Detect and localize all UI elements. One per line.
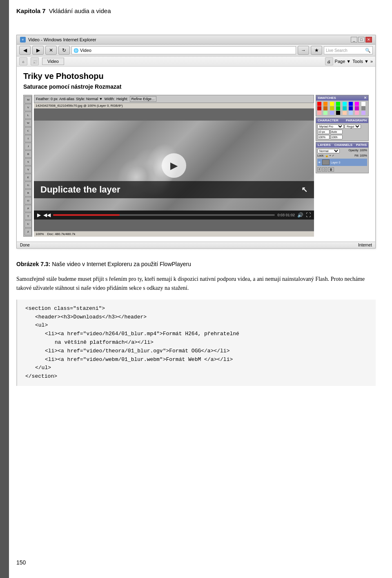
browser-toolbar: ◀ ▶ ✕ ↻ 🌐 Video → ★ Live Search 🔍 <box>17 45 375 56</box>
font-style-select[interactable]: Regular <box>345 124 361 129</box>
ps-image-container: ▶ Duplicate the layer ↖ ▶ <box>34 121 314 220</box>
color-cell-blue[interactable] <box>349 102 353 106</box>
vc-fullscreen-btn[interactable]: ⛶ <box>306 212 311 218</box>
ps-clone-tool[interactable]: S <box>24 158 32 166</box>
blend-mode-select[interactable]: Normal <box>317 149 340 153</box>
layer-thumbnail <box>322 159 330 165</box>
feeds-icon[interactable]: 📰 <box>31 57 39 65</box>
color-cell-peach[interactable] <box>343 111 347 115</box>
code-line-2: <ul> <box>25 321 368 330</box>
ps-crop-tool[interactable]: C <box>24 127 32 134</box>
ps-blur-tool[interactable]: R <box>24 189 32 197</box>
scaling-input[interactable] <box>330 135 343 139</box>
new-layer-button[interactable]: f <box>317 167 321 172</box>
ps-zoom-level: 100% <box>36 232 44 236</box>
ps-eraser-tool[interactable]: E <box>24 174 32 181</box>
back-button[interactable]: ◀ <box>19 46 31 55</box>
color-cell-olive[interactable] <box>330 106 334 110</box>
color-cell-darkred[interactable] <box>317 106 321 110</box>
tools-menu[interactable]: Tools ▼ <box>352 59 369 64</box>
delete-layer-button[interactable]: 🗑 <box>328 167 334 172</box>
ps-pen-tool[interactable]: P <box>24 205 32 212</box>
page-menu[interactable]: Page ▼ <box>335 59 351 64</box>
play-button[interactable]: ▶ <box>162 153 186 178</box>
vc-progress-bar[interactable] <box>53 214 275 216</box>
close-button[interactable]: ✕ <box>365 37 372 43</box>
color-cell-teal[interactable] <box>343 106 347 110</box>
swatches-close[interactable]: ✕ <box>364 96 367 100</box>
minimize-button[interactable]: _ <box>351 37 357 43</box>
color-cell-purple[interactable] <box>355 106 359 110</box>
color-cell-red[interactable] <box>317 102 321 106</box>
extra-options[interactable]: » <box>370 59 373 64</box>
menu-right: 🖨 Page ▼ Tools ▼ » <box>325 57 373 65</box>
color-cell-white[interactable] <box>361 102 365 106</box>
ps-zoom-tool[interactable]: Z <box>24 228 32 235</box>
swatches-label: SWATCHES <box>318 96 336 100</box>
vc-volume-icon[interactable]: 🔊 <box>297 212 303 218</box>
color-cell-salmon[interactable] <box>355 111 359 115</box>
video-content: Triky ve Photoshopu Saturace pomocí nást… <box>17 67 375 242</box>
color-cell-gray[interactable] <box>361 106 365 110</box>
color-cell-yellow[interactable] <box>330 102 334 106</box>
search-bar[interactable]: Live Search 🔍 <box>324 46 373 54</box>
color-cell-lightgreen[interactable] <box>323 111 327 115</box>
color-cell-lavender[interactable] <box>361 111 365 115</box>
home-icon[interactable]: ⌂ <box>19 57 27 65</box>
layer-item[interactable]: 👁 Layer 0 <box>317 159 367 166</box>
color-cell-lightblue[interactable] <box>330 111 334 115</box>
ps-brush-tool[interactable]: B <box>24 150 32 158</box>
refresh-button[interactable]: ↻ <box>58 46 70 55</box>
ps-lasso-tool[interactable]: L <box>24 112 32 119</box>
favorites-button[interactable]: ★ <box>311 46 322 55</box>
ps-refine-edge[interactable]: Refine Edge... <box>130 96 156 102</box>
address-bar[interactable]: 🌐 Video <box>71 46 296 54</box>
maximize-button[interactable]: □ <box>358 37 365 43</box>
vc-play-btn[interactable]: ▶ <box>37 212 41 218</box>
ps-move-tool[interactable]: V <box>24 104 32 111</box>
tracking-input[interactable] <box>317 135 330 139</box>
color-cell-pink[interactable] <box>317 111 321 115</box>
browser-status-bar: Done Internet <box>17 242 375 248</box>
color-cell-cyan[interactable] <box>343 102 347 106</box>
vc-rewind-btn[interactable]: ◀◀ <box>43 212 51 218</box>
color-cell-darkblue[interactable] <box>349 106 353 110</box>
ps-history-tool[interactable]: Y <box>24 166 32 173</box>
ps-dodge-tool[interactable]: O <box>24 197 32 204</box>
search-icon[interactable]: 🔍 <box>365 48 371 53</box>
layer-name: Layer 0 <box>331 161 340 164</box>
stop-button[interactable]: ✕ <box>45 46 57 55</box>
color-cell-orange[interactable] <box>323 102 327 106</box>
video-tab[interactable]: Video <box>42 58 64 65</box>
lock-label: Lock: 🔒 + ✓ <box>317 154 334 157</box>
go-button[interactable]: → <box>298 46 309 55</box>
ps-doc-info: Doc: 480.7k/480.7k <box>47 232 75 236</box>
font-size-input[interactable] <box>317 130 330 134</box>
ps-select-tool[interactable]: M <box>24 96 32 103</box>
ps-eyedropper-tool[interactable]: I <box>24 135 32 142</box>
ps-style-label: Style: Normal ▼ <box>76 97 102 101</box>
color-cell-black[interactable] <box>336 111 340 115</box>
color-cell-darkgreen[interactable] <box>336 106 340 110</box>
code-line-4: na většině platformách</a></li> <box>25 338 368 347</box>
ps-anti-alias: Anti-alias <box>59 97 74 101</box>
color-cell-green[interactable] <box>336 102 340 106</box>
layers-lock-row: Lock: 🔒 + ✓ Fill: 100% <box>317 154 367 157</box>
ps-gradient-tool[interactable]: G <box>24 181 32 189</box>
ps-shape-tool[interactable]: U <box>24 220 32 228</box>
color-cell-brown[interactable] <box>323 106 327 110</box>
forward-button[interactable]: ▶ <box>32 46 44 55</box>
leading-input[interactable] <box>330 130 343 134</box>
add-mask-button[interactable]: □ <box>322 167 327 172</box>
ps-magic-wand-tool[interactable]: W <box>24 119 32 127</box>
ps-canvas-area: ▶ Duplicate the layer ↖ ▶ <box>34 109 314 231</box>
font-family-select[interactable]: Myriad Pro <box>317 124 344 129</box>
print-icon[interactable]: 🖨 <box>325 57 333 65</box>
color-cell-magenta[interactable] <box>355 102 359 106</box>
color-cell-skyblue[interactable] <box>349 111 353 115</box>
layer-eye-icon[interactable]: 👁 <box>318 161 321 164</box>
address-text: Video <box>80 48 91 53</box>
ps-healing-tool[interactable]: J <box>24 143 32 150</box>
code-line-5: <li><a href="video/theora/01_blur.ogv">F… <box>25 347 368 356</box>
ps-text-tool[interactable]: T <box>24 213 32 220</box>
